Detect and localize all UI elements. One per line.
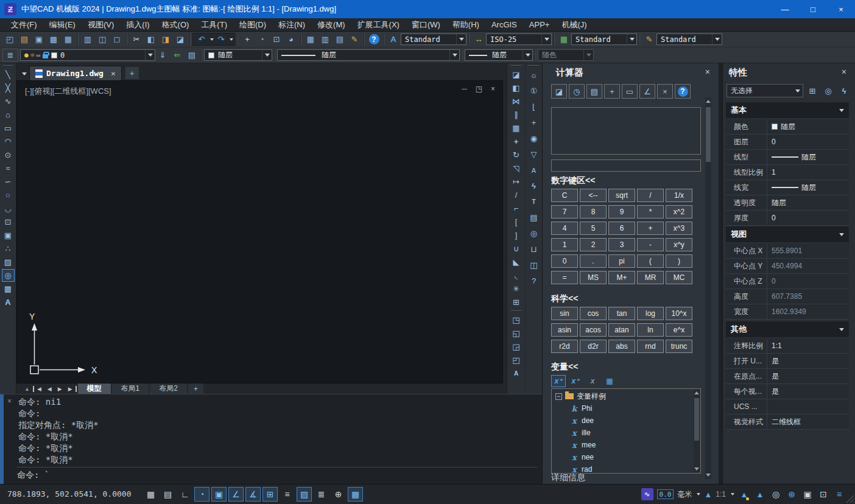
select-objects-button[interactable]: ◎ — [822, 85, 835, 97]
draw-ellipse-arc-button[interactable]: ◡ — [2, 202, 15, 215]
group-view-header[interactable]: 视图 — [726, 226, 849, 242]
modify-scale-button[interactable]: ◹ — [510, 162, 522, 175]
new-variable-button[interactable]: x⁺ — [551, 375, 566, 387]
key-abs[interactable]: abs — [608, 340, 635, 353]
layer-manager-button[interactable]: ≣ — [2, 49, 18, 61]
pan-button[interactable]: + — [240, 33, 255, 46]
key-5[interactable]: 5 — [580, 222, 607, 235]
key-cos[interactable]: cos — [580, 307, 607, 320]
toolbar-grip[interactable] — [3, 65, 13, 66]
property-row-height[interactable]: 高度 607.7385 — [726, 289, 849, 304]
mech-tool-12-button[interactable]: ⊔ — [527, 243, 540, 256]
mech-tool-9-button[interactable]: T — [527, 195, 540, 208]
command-panel-grip[interactable] — [0, 394, 4, 485]
property-row-transparency[interactable]: 透明度 随层 — [726, 195, 849, 211]
object-snap-tracking-button[interactable]: ∡ — [245, 487, 261, 502]
menu-tools[interactable]: 工具(T) — [195, 19, 233, 30]
key-10x[interactable]: 10^x — [666, 307, 692, 320]
key-decimal[interactable]: . — [580, 254, 607, 268]
key-rnd[interactable]: rnd — [637, 340, 664, 353]
mleader-style-combo[interactable]: Standard — [656, 33, 722, 45]
modify-offset-button[interactable]: ∥ — [510, 108, 522, 121]
menu-edit[interactable]: 编辑(E) — [43, 19, 82, 30]
text-style-dropdown-icon[interactable] — [456, 34, 466, 44]
properties-close-button[interactable]: × — [842, 67, 846, 77]
mech-tool-6-button[interactable]: ▽ — [527, 148, 540, 161]
key-sqrt[interactable]: sqrt — [608, 189, 635, 202]
help-button[interactable]: ? — [367, 33, 381, 46]
property-row-ucs-name[interactable]: UCS ... — [726, 399, 849, 415]
key-cube[interactable]: x^3 — [666, 222, 692, 235]
redo-button[interactable]: ↷ — [214, 33, 228, 46]
property-row-ucs-origin[interactable]: 在原点... 是 — [726, 369, 849, 384]
calculator-scrollbar[interactable] — [705, 97, 711, 479]
mleader-style-icon[interactable]: ✎ — [642, 33, 656, 46]
table-style-combo[interactable]: Standard — [571, 33, 637, 45]
draworder-text-front-button[interactable]: A — [510, 367, 522, 380]
menu-file[interactable]: 文件(F) — [5, 19, 43, 30]
calc-help-button[interactable]: ? — [675, 84, 691, 99]
menu-view[interactable]: 视图(V) — [82, 19, 120, 30]
save-all-button[interactable]: ▦ — [61, 33, 76, 46]
viewport-restore-icon[interactable]: ◳ — [476, 85, 482, 93]
layout-next-icon[interactable]: ▶ — [55, 386, 65, 392]
object-snap-button[interactable]: ▣ — [211, 487, 227, 502]
linetype-dropdown-icon[interactable] — [449, 50, 459, 60]
annotation-scale-value[interactable]: 1:1 — [716, 490, 726, 499]
lineweight-combo[interactable]: 随层 — [465, 49, 533, 61]
layer-lock-icon[interactable] — [43, 54, 48, 58]
draw-hatch-button[interactable]: ▨ — [2, 256, 15, 268]
key-7[interactable]: 7 — [551, 205, 578, 219]
add-layout-button[interactable]: + — [188, 383, 203, 394]
toolbar-grip[interactable] — [511, 65, 521, 66]
dim-style-dropdown-icon[interactable] — [541, 34, 551, 44]
mech-tool-10-button[interactable]: ▤ — [527, 211, 540, 224]
mech-tool-5-button[interactable]: ◉ — [527, 132, 540, 145]
delete-variable-button[interactable]: x — [585, 375, 600, 387]
key-backspace[interactable]: <-- — [580, 189, 607, 202]
property-row-visual-style[interactable]: 视觉样式 二维线框 — [726, 415, 849, 430]
key-trunc[interactable]: trunc — [666, 340, 692, 353]
paste-button[interactable]: ◨ — [158, 33, 173, 46]
cut-button[interactable]: ✂ — [129, 33, 144, 46]
mech-tool-2-button[interactable]: ① — [527, 85, 540, 97]
annotation-scale-dropdown-icon[interactable] — [731, 493, 734, 495]
mech-tool-1-button[interactable]: ☼ — [527, 69, 540, 82]
save-button[interactable]: ▣ — [32, 33, 46, 46]
layout-first-icon[interactable]: ◀ — [33, 386, 44, 392]
draw-xline-button[interactable]: ╳ — [2, 82, 15, 94]
key-square[interactable]: x^2 — [666, 205, 692, 219]
key-equals[interactable]: = — [551, 271, 578, 284]
key-6[interactable]: 6 — [608, 222, 635, 235]
variable-item[interactable]: x nee — [552, 451, 700, 463]
key-4[interactable]: 4 — [551, 222, 578, 235]
color-dropdown-icon[interactable] — [262, 50, 272, 60]
numpad-section-label[interactable]: 数字键区<< — [551, 175, 595, 186]
new-file-button[interactable]: ◰ — [2, 33, 17, 46]
open-button[interactable]: ▤ — [17, 33, 32, 46]
menu-app-plus[interactable]: APP+ — [523, 20, 556, 29]
mech-tool-13-button[interactable]: ◫ — [527, 259, 540, 271]
polar-tracking-button[interactable]: ◔ — [194, 487, 209, 502]
mech-tool-14-button[interactable]: ? — [527, 275, 540, 287]
viewport-minimize-icon[interactable]: ─ — [462, 85, 467, 93]
tab-list-dropdown-icon[interactable] — [19, 67, 29, 80]
layout-prev-icon[interactable]: ◀ — [44, 386, 55, 392]
mech-tool-3-button[interactable]: ⌊ — [527, 100, 540, 113]
match-properties-button[interactable]: ◪ — [173, 33, 188, 46]
edit-variable-button[interactable]: x⁺ — [568, 375, 583, 387]
key-MR[interactable]: MR — [637, 271, 664, 284]
undo-button[interactable]: ↶ — [194, 33, 209, 46]
zwcad-logo-icon[interactable]: ∿ — [641, 488, 653, 500]
variable-item[interactable]: x mee — [552, 439, 700, 451]
mech-tool-8-button[interactable]: ϟ — [527, 180, 540, 192]
layer-plot-icon[interactable]: ▭ — [37, 52, 40, 58]
tab-layout1[interactable]: 布局1 — [112, 383, 149, 394]
units-precision-box[interactable]: 0.0 — [657, 489, 674, 499]
layer-on-icon[interactable]: ● — [24, 51, 29, 59]
calc-distance-button[interactable]: ▭ — [622, 84, 638, 99]
modify-break-button[interactable]: ] — [510, 229, 522, 242]
new-tab-button[interactable]: + — [125, 67, 139, 79]
layer-dropdown-icon[interactable] — [145, 50, 155, 60]
draw-revcloud-button[interactable]: ≈ — [2, 162, 15, 175]
